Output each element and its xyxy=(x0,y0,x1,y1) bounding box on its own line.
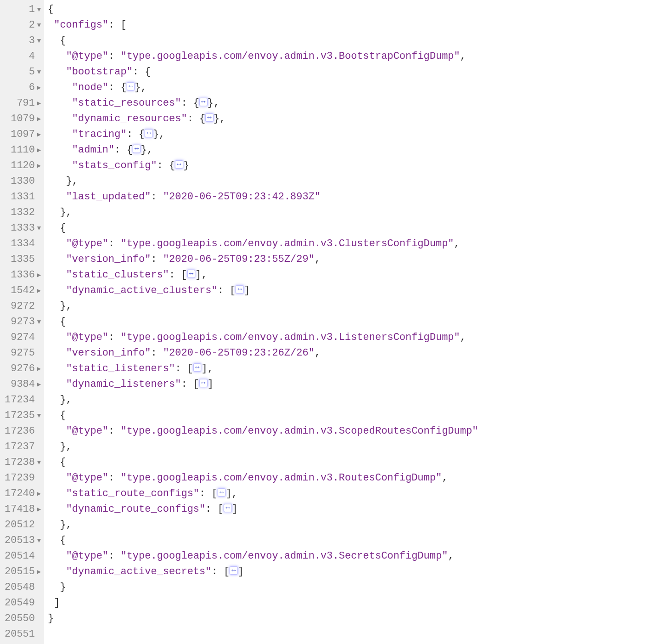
fold-expanded-icon[interactable]: ▼ xyxy=(36,408,42,424)
json-punct: : [ xyxy=(199,488,218,499)
code-line[interactable]: { xyxy=(48,455,664,470)
code-line[interactable]: "@type": "type.googleapis.com/envoy.admi… xyxy=(48,548,664,564)
code-line[interactable]: "bootstrap": { xyxy=(48,64,664,80)
code-line[interactable]: "dynamic_resources": {↔}, xyxy=(48,111,664,127)
code-line[interactable]: } xyxy=(48,580,664,595)
fold-widget-icon[interactable]: ↔ xyxy=(199,98,208,106)
json-key: "bootstrap" xyxy=(66,66,133,78)
code-line[interactable]: "static_route_configs": [↔], xyxy=(48,486,664,502)
code-line[interactable]: "static_listeners": [↔], xyxy=(48,361,664,377)
code-line[interactable]: "admin": {↔}, xyxy=(48,142,664,158)
fold-expanded-icon[interactable]: ▼ xyxy=(36,533,42,548)
json-string: "type.googleapis.com/envoy.admin.v3.Boot… xyxy=(120,51,460,62)
fold-collapsed-icon[interactable]: ▶ xyxy=(36,361,42,377)
fold-collapsed-icon[interactable]: ▶ xyxy=(36,564,42,580)
fold-widget-icon[interactable]: ↔ xyxy=(133,145,141,153)
fold-collapsed-icon[interactable]: ▶ xyxy=(36,502,42,517)
gutter-line: 1▼ xyxy=(5,2,42,17)
code-line[interactable]: "node": {↔}, xyxy=(48,80,664,96)
gutter-line: 9276▶ xyxy=(5,361,42,377)
line-number: 1336 xyxy=(11,267,35,283)
code-line[interactable]: "configs": [ xyxy=(48,17,664,33)
code-line[interactable]: } xyxy=(48,611,664,627)
json-punct: { xyxy=(60,535,66,546)
code-line[interactable]: "stats_config": {↔} xyxy=(48,158,664,174)
fold-widget-icon[interactable]: ↔ xyxy=(193,363,202,372)
fold-widget-icon[interactable]: ↔ xyxy=(218,488,226,497)
fold-expanded-icon[interactable]: ▼ xyxy=(36,64,42,80)
json-punct: : [ xyxy=(205,503,224,515)
code-line[interactable]: "dynamic_route_configs": [↔] xyxy=(48,502,664,517)
json-punct: , xyxy=(460,332,466,343)
json-punct: }, xyxy=(60,300,72,312)
gutter-line: 1336▶ xyxy=(5,267,42,283)
code-line[interactable]: }, xyxy=(48,392,664,408)
fold-expanded-icon[interactable]: ▼ xyxy=(36,17,42,33)
json-string: "2020-06-25T09:23:42.893Z" xyxy=(163,191,321,203)
code-line[interactable]: { xyxy=(48,533,664,548)
fold-collapsed-icon[interactable]: ▶ xyxy=(36,283,42,299)
code-line[interactable]: { xyxy=(48,2,664,17)
code-editor-area[interactable]: { "configs": [ { "@type": "type.googleap… xyxy=(44,0,664,644)
code-line[interactable]: "dynamic_active_secrets": [↔] xyxy=(48,564,664,580)
code-line[interactable]: "@type": "type.googleapis.com/envoy.admi… xyxy=(48,470,664,486)
code-line[interactable]: "tracing": {↔}, xyxy=(48,127,664,142)
fold-collapsed-icon[interactable]: ▶ xyxy=(36,80,42,96)
fold-widget-icon[interactable]: ↔ xyxy=(199,379,208,387)
fold-widget-icon[interactable]: ↔ xyxy=(127,82,135,90)
json-key: "node" xyxy=(72,82,108,93)
fold-widget-icon[interactable]: ↔ xyxy=(187,270,196,278)
code-line[interactable]: { xyxy=(48,33,664,49)
json-punct: , xyxy=(315,347,321,359)
fold-collapsed-icon[interactable]: ▶ xyxy=(36,96,42,111)
json-punct: ] xyxy=(244,285,250,296)
code-line[interactable]: }, xyxy=(48,174,664,189)
fold-widget-icon[interactable]: ↔ xyxy=(236,285,244,294)
code-line[interactable]: ] xyxy=(48,595,664,611)
code-line[interactable]: }, xyxy=(48,439,664,455)
fold-widget-icon[interactable]: ↔ xyxy=(145,129,153,137)
line-number: 1334 xyxy=(11,236,35,252)
fold-collapsed-icon[interactable]: ▶ xyxy=(36,267,42,283)
json-punct: } xyxy=(48,613,54,624)
code-line[interactable]: "@type": "type.googleapis.com/envoy.admi… xyxy=(48,424,664,439)
gutter-line: 20550 xyxy=(5,611,42,627)
code-line[interactable] xyxy=(48,627,664,642)
fold-collapsed-icon[interactable]: ▶ xyxy=(36,111,42,127)
fold-collapsed-icon[interactable]: ▶ xyxy=(36,158,42,174)
code-line[interactable]: }, xyxy=(48,299,664,314)
fold-expanded-icon[interactable]: ▼ xyxy=(36,314,42,330)
fold-expanded-icon[interactable]: ▼ xyxy=(36,33,42,49)
gutter-line: 9275 xyxy=(5,345,42,361)
code-line[interactable]: }, xyxy=(48,517,664,533)
code-line[interactable]: "static_resources": {↔}, xyxy=(48,96,664,111)
code-line[interactable]: "dynamic_active_clusters": [↔] xyxy=(48,283,664,299)
fold-collapsed-icon[interactable]: ▶ xyxy=(36,127,42,142)
fold-collapsed-icon[interactable]: ▶ xyxy=(36,142,42,158)
code-line[interactable]: "version_info": "2020-06-25T09:23:55Z/29… xyxy=(48,252,664,267)
fold-expanded-icon[interactable]: ▼ xyxy=(36,2,42,17)
code-line[interactable]: "@type": "type.googleapis.com/envoy.admi… xyxy=(48,236,664,252)
code-line[interactable]: }, xyxy=(48,205,664,220)
fold-widget-icon[interactable]: ↔ xyxy=(224,504,232,512)
fold-collapsed-icon[interactable]: ▶ xyxy=(36,377,42,392)
json-punct: : xyxy=(151,254,163,265)
fold-expanded-icon[interactable]: ▼ xyxy=(36,220,42,236)
code-line[interactable]: { xyxy=(48,408,664,424)
gutter-line: 17239 xyxy=(5,470,42,486)
fold-expanded-icon[interactable]: ▼ xyxy=(36,455,42,470)
code-line[interactable]: "dynamic_listeners": [↔] xyxy=(48,377,664,392)
fold-widget-icon[interactable]: ↔ xyxy=(205,113,214,122)
code-line[interactable]: "version_info": "2020-06-25T09:23:26Z/26… xyxy=(48,345,664,361)
fold-collapsed-icon[interactable]: ▶ xyxy=(36,486,42,502)
code-line[interactable]: "@type": "type.googleapis.com/envoy.admi… xyxy=(48,49,664,64)
code-line[interactable]: "@type": "type.googleapis.com/envoy.admi… xyxy=(48,330,664,345)
fold-widget-icon[interactable]: ↔ xyxy=(230,566,238,575)
fold-widget-icon[interactable]: ↔ xyxy=(175,160,183,169)
code-line[interactable]: { xyxy=(48,220,664,236)
code-line[interactable]: "static_clusters": [↔], xyxy=(48,267,664,283)
code-line[interactable]: "last_updated": "2020-06-25T09:23:42.893… xyxy=(48,189,664,205)
json-punct: : xyxy=(108,332,120,343)
code-line[interactable]: { xyxy=(48,314,664,330)
gutter-line: 9274 xyxy=(5,330,42,345)
